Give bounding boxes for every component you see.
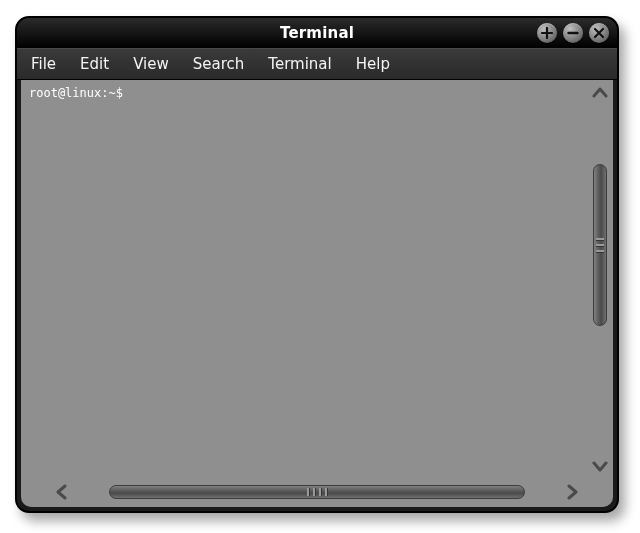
add-tab-button[interactable] <box>537 23 557 43</box>
close-button[interactable] <box>589 23 609 43</box>
minimize-button[interactable] <box>563 23 583 43</box>
window-title: Terminal <box>280 24 354 42</box>
horizontal-scroll-thumb[interactable] <box>109 485 525 499</box>
scroll-up-button[interactable] <box>589 82 611 104</box>
terminal-output[interactable]: root@linux:~$ <box>21 80 585 479</box>
title-bar[interactable]: Terminal <box>17 18 617 48</box>
scroll-right-button[interactable] <box>561 481 583 503</box>
vertical-scroll-thumb[interactable] <box>593 164 607 326</box>
scroll-left-button[interactable] <box>51 481 73 503</box>
vertical-scroll-track[interactable] <box>593 106 607 453</box>
menu-view[interactable]: View <box>133 55 169 73</box>
client-area: root@linux:~$ <box>21 80 613 507</box>
horizontal-scrollbar <box>51 481 583 503</box>
menu-edit[interactable]: Edit <box>80 55 109 73</box>
vertical-scrollbar <box>589 82 611 477</box>
scroll-down-button[interactable] <box>589 455 611 477</box>
menu-file[interactable]: File <box>31 55 56 73</box>
menu-terminal[interactable]: Terminal <box>268 55 331 73</box>
menu-help[interactable]: Help <box>356 55 390 73</box>
window-controls <box>537 23 609 43</box>
horizontal-scroll-track[interactable] <box>77 485 557 499</box>
terminal-window: Terminal File Edit View Search <box>15 16 619 513</box>
shell-prompt: root@linux:~$ <box>29 86 130 100</box>
menu-bar: File Edit View Search Terminal Help <box>17 48 617 80</box>
menu-search[interactable]: Search <box>193 55 245 73</box>
